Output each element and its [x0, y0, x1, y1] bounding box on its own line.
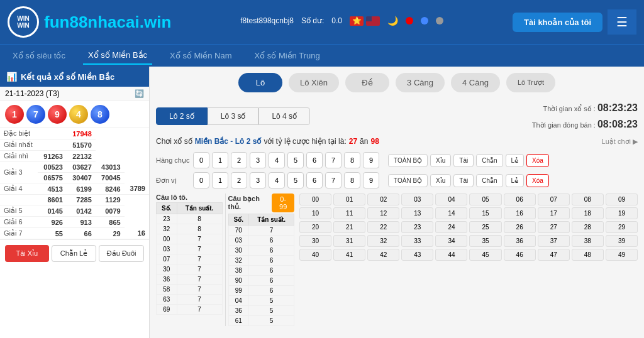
hc-btn-3[interactable]: 3 — [250, 152, 266, 168]
num-select-btn-20[interactable]: 20 — [299, 221, 331, 233]
num-select-btn-22[interactable]: 22 — [367, 221, 399, 233]
num-select-btn-00[interactable]: 00 — [299, 194, 331, 205]
num-select-btn-32[interactable]: 32 — [367, 235, 399, 247]
dv-btn-1[interactable]: 1 — [212, 172, 228, 188]
num-select-btn-37[interactable]: 37 — [538, 235, 570, 247]
dv-btn-5[interactable]: 5 — [287, 172, 304, 188]
num-select-btn-21[interactable]: 21 — [333, 221, 365, 233]
dv-le-btn[interactable]: Lẻ — [506, 174, 525, 187]
num-select-btn-45[interactable]: 45 — [469, 249, 501, 261]
num-select-btn-01[interactable]: 01 — [333, 194, 365, 205]
flag-vn-icon[interactable]: ⭐ — [350, 16, 364, 26]
num-select-btn-04[interactable]: 04 — [435, 194, 467, 205]
num-select-btn-35[interactable]: 35 — [469, 235, 501, 247]
num-select-btn-49[interactable]: 49 — [606, 249, 638, 261]
nav-sieu-toc[interactable]: Xổ số siêu tốc — [8, 47, 70, 64]
num-select-btn-39[interactable]: 39 — [606, 235, 638, 247]
num-select-btn-06[interactable]: 06 — [504, 194, 536, 205]
flag-us-icon[interactable] — [366, 16, 380, 26]
num-select-btn-03[interactable]: 03 — [401, 194, 433, 205]
hc-tai-btn[interactable]: Tài — [453, 154, 474, 167]
num-select-btn-14[interactable]: 14 — [435, 207, 467, 219]
hc-btn-5[interactable]: 5 — [287, 152, 304, 168]
hc-toanbo-btn[interactable]: TOÀN BỘ — [388, 154, 428, 167]
luat-choi-button[interactable]: Luật chơi ▶ — [602, 138, 638, 146]
num-select-btn-07[interactable]: 07 — [538, 194, 570, 205]
dv-btn-4[interactable]: 4 — [269, 172, 285, 188]
num-select-btn-15[interactable]: 15 — [469, 207, 501, 219]
nav-mien-nam[interactable]: Xổ số Miền Nam — [165, 47, 236, 64]
num-select-btn-48[interactable]: 48 — [572, 249, 604, 261]
hc-btn-7[interactable]: 7 — [325, 152, 341, 168]
tab-3cang[interactable]: 3 Càng — [396, 73, 445, 92]
account-button[interactable]: Tài khoản của tôi — [513, 13, 602, 32]
num-select-btn-05[interactable]: 05 — [469, 194, 501, 205]
dv-btn-3[interactable]: 3 — [250, 172, 266, 188]
num-select-btn-26[interactable]: 26 — [504, 221, 536, 233]
num-select-btn-29[interactable]: 29 — [606, 221, 638, 233]
num-select-btn-40[interactable]: 40 — [299, 249, 331, 261]
num-select-btn-19[interactable]: 19 — [606, 207, 638, 219]
hc-btn-2[interactable]: 2 — [231, 152, 247, 168]
dv-btn-6[interactable]: 6 — [306, 172, 323, 188]
num-select-btn-23[interactable]: 23 — [401, 221, 433, 233]
refresh-icon[interactable]: 🔄 — [135, 89, 144, 98]
num-select-btn-41[interactable]: 41 — [333, 249, 365, 261]
hc-btn-1[interactable]: 1 — [212, 152, 228, 168]
num-select-btn-36[interactable]: 36 — [504, 235, 536, 247]
num-select-btn-13[interactable]: 13 — [401, 207, 433, 219]
chan-le-button[interactable]: Chẵn Lẻ — [52, 245, 97, 262]
num-select-btn-42[interactable]: 42 — [367, 249, 399, 261]
hc-xiu-btn[interactable]: Xỉu — [430, 154, 451, 167]
range-button[interactable]: 0-99 — [272, 194, 294, 212]
sub-tab-lo4so[interactable]: Lô 4 số — [258, 107, 310, 125]
hc-btn-4[interactable]: 4 — [269, 152, 285, 168]
num-select-btn-24[interactable]: 24 — [435, 221, 467, 233]
num-select-btn-43[interactable]: 43 — [401, 249, 433, 261]
sub-tab-lo2so[interactable]: Lô 2 số — [156, 107, 208, 125]
nav-mien-trung[interactable]: Xổ số Miền Trung — [250, 47, 325, 64]
hc-btn-8[interactable]: 8 — [344, 152, 360, 168]
dv-btn-7[interactable]: 7 — [325, 172, 341, 188]
num-select-btn-31[interactable]: 31 — [333, 235, 365, 247]
tab-lo-xien[interactable]: Lô Xiên — [289, 73, 339, 92]
hc-xoa-btn[interactable]: Xóa — [526, 154, 549, 167]
num-select-btn-18[interactable]: 18 — [572, 207, 604, 219]
dv-btn-2[interactable]: 2 — [231, 172, 247, 188]
tai-xiu-button[interactable]: Tài Xỉu — [5, 245, 49, 262]
num-select-btn-16[interactable]: 16 — [504, 207, 536, 219]
tab-lo[interactable]: Lô — [238, 73, 282, 92]
num-select-btn-08[interactable]: 08 — [572, 194, 604, 205]
num-select-btn-27[interactable]: 27 — [538, 221, 570, 233]
hc-btn-0[interactable]: 0 — [193, 152, 209, 168]
dau-duoi-button[interactable]: Đầu Đuôi — [99, 245, 144, 262]
hc-btn-6[interactable]: 6 — [306, 152, 323, 168]
dv-toanbo-btn[interactable]: TOÀN BỘ — [388, 174, 428, 187]
num-select-btn-10[interactable]: 10 — [299, 207, 331, 219]
theme-toggle-icon[interactable]: 🌙 — [387, 16, 398, 26]
dv-xiu-btn[interactable]: Xỉu — [430, 174, 451, 187]
num-select-btn-17[interactable]: 17 — [538, 207, 570, 219]
num-select-btn-30[interactable]: 30 — [299, 235, 331, 247]
num-select-btn-25[interactable]: 25 — [469, 221, 501, 233]
tab-4cang[interactable]: 4 Càng — [451, 73, 500, 92]
hc-le-btn[interactable]: Lẻ — [506, 154, 525, 167]
dv-xoa-btn[interactable]: Xóa — [526, 174, 549, 187]
tab-de[interactable]: Đề — [345, 73, 389, 92]
num-select-btn-28[interactable]: 28 — [572, 221, 604, 233]
dv-tai-btn[interactable]: Tài — [453, 174, 474, 187]
hc-chan-btn[interactable]: Chẵn — [476, 154, 502, 167]
num-select-btn-34[interactable]: 34 — [435, 235, 467, 247]
dv-btn-8[interactable]: 8 — [344, 172, 360, 188]
num-select-btn-44[interactable]: 44 — [435, 249, 467, 261]
num-select-btn-46[interactable]: 46 — [504, 249, 536, 261]
num-select-btn-02[interactable]: 02 — [367, 194, 399, 205]
sub-tab-lo3so[interactable]: Lô 3 số — [208, 107, 259, 125]
num-select-btn-12[interactable]: 12 — [367, 207, 399, 219]
dv-chan-btn[interactable]: Chẵn — [476, 174, 502, 187]
hc-btn-9[interactable]: 9 — [363, 152, 379, 168]
tab-lo-truot[interactable]: Lô Trượt — [506, 73, 555, 92]
dv-btn-9[interactable]: 9 — [363, 172, 379, 188]
num-select-btn-38[interactable]: 38 — [572, 235, 604, 247]
dv-btn-0[interactable]: 0 — [193, 172, 209, 188]
